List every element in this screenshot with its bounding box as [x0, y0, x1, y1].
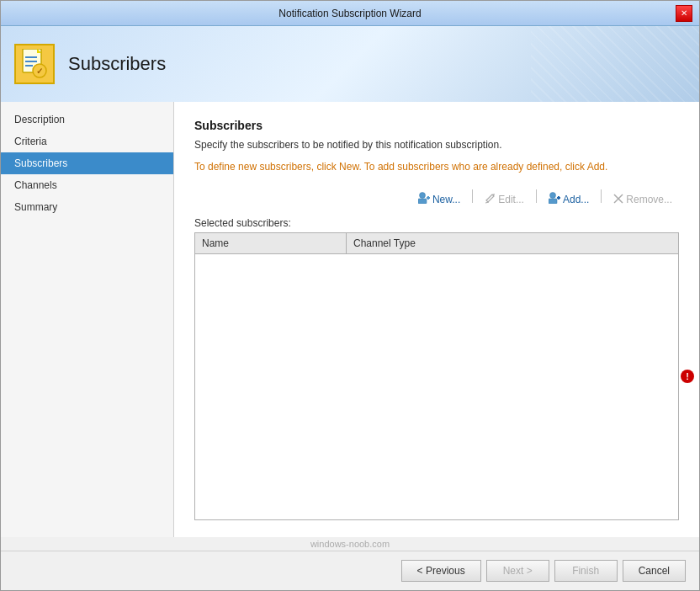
sidebar-item-summary[interactable]: Summary	[1, 196, 173, 218]
info-text: To define new subscribers, click New. To…	[194, 161, 679, 173]
validation-error-icon: !	[681, 370, 694, 383]
window-title: Notification Subscription Wizard	[24, 8, 676, 19]
add-icon	[549, 192, 560, 206]
svg-point-13	[549, 193, 555, 199]
svg-rect-11	[427, 196, 429, 200]
svg-point-8	[419, 193, 425, 199]
title-bar: Notification Subscription Wizard ✕	[1, 1, 699, 26]
watermark: windows-noob.com	[1, 537, 699, 551]
sidebar-item-channels[interactable]: Channels	[1, 174, 173, 196]
sidebar-item-subscribers[interactable]: Subscribers	[1, 152, 173, 174]
header-icon: ✓	[14, 44, 55, 84]
remove-icon	[613, 193, 623, 206]
close-button[interactable]: ✕	[676, 5, 692, 22]
edit-button[interactable]: Edit...	[478, 189, 531, 209]
new-button[interactable]: New...	[411, 189, 467, 209]
document-icon: ✓	[21, 49, 48, 79]
footer: < Previous Next > Finish Cancel	[1, 551, 699, 590]
next-button[interactable]: Next >	[486, 560, 549, 582]
edit-icon	[485, 193, 496, 206]
svg-rect-14	[549, 199, 557, 204]
cancel-button[interactable]: Cancel	[623, 560, 686, 582]
table-body[interactable]	[195, 254, 678, 519]
wizard-window: Notification Subscription Wizard ✕ ✓ Sub…	[0, 0, 700, 591]
svg-rect-16	[558, 196, 559, 200]
previous-button[interactable]: < Previous	[401, 560, 481, 582]
toolbar-separator-2	[536, 189, 537, 203]
svg-text:✓: ✓	[36, 67, 43, 76]
add-button[interactable]: Add...	[542, 189, 596, 209]
main-content: Description Criteria Subscribers Channel…	[1, 102, 699, 537]
content-area: Subscribers Specify the subscribers to b…	[174, 102, 699, 537]
sidebar: Description Criteria Subscribers Channel…	[1, 102, 174, 537]
finish-button[interactable]: Finish	[554, 560, 618, 582]
sidebar-item-description[interactable]: Description	[1, 109, 173, 130]
column-name: Name	[195, 233, 347, 253]
sidebar-item-criteria[interactable]: Criteria	[1, 130, 173, 152]
svg-rect-9	[418, 199, 427, 204]
remove-button[interactable]: Remove...	[607, 189, 679, 209]
subscribers-table: Name Channel Type	[194, 232, 679, 520]
table-header: Name Channel Type	[195, 233, 678, 254]
header-title: Subscribers	[68, 53, 166, 75]
content-title: Subscribers	[194, 119, 679, 132]
toolbar-separator-3	[601, 189, 602, 203]
column-channel-type: Channel Type	[347, 233, 678, 253]
new-icon	[418, 192, 430, 206]
toolbar: New... Edit...	[194, 189, 679, 209]
selected-label: Selected subscribers:	[194, 217, 679, 229]
content-description: Specify the subscribers to be notified b…	[194, 139, 679, 151]
toolbar-separator-1	[472, 189, 473, 203]
title-bar-controls: ✕	[676, 5, 692, 22]
svg-line-12	[485, 202, 489, 203]
header-area: ✓ Subscribers	[1, 26, 699, 102]
